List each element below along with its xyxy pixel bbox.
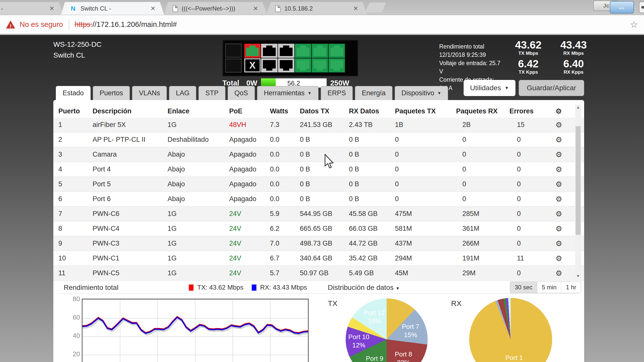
range-1-hr[interactable]: 1 hr — [561, 282, 581, 293]
row-settings-gear-icon[interactable]: ⚙ — [555, 150, 573, 159]
scrollbar-thumb[interactable] — [576, 126, 581, 235]
port-12-status-icon[interactable] — [329, 58, 345, 72]
content-panel: Puerto Descripción Enlace PoE Watts Dato… — [53, 100, 584, 362]
row-settings-gear-icon[interactable]: ⚙ — [555, 165, 573, 174]
port-8-status-icon[interactable] — [295, 58, 311, 72]
tab-energía[interactable]: Energía — [355, 86, 392, 100]
new-tab-button[interactable] — [365, 3, 386, 13]
utilities-button[interactable]: Utilidades ▼ — [464, 80, 515, 96]
section-divider — [58, 293, 579, 294]
row-settings-gear-icon[interactable]: ⚙ — [555, 180, 573, 189]
page-favicon-icon — [275, 5, 281, 12]
url-scheme: https: — [75, 20, 93, 28]
col-descripcion[interactable]: Descripción — [93, 107, 168, 115]
page-favicon-icon — [173, 5, 178, 12]
port-7-status-icon[interactable] — [295, 44, 311, 58]
table-row-port-1[interactable]: 1airFiber 5X1G48VH7.3241.53 GB2.43 TB1B2… — [53, 118, 584, 132]
scroll-down-icon[interactable]: ▼ — [575, 274, 581, 278]
tab-vlans[interactable]: VLANs — [132, 86, 167, 100]
table-row-port-9[interactable]: 9PWN-C31G24V7.0498.73 GB44.72 GB437M266M… — [53, 236, 584, 251]
row-settings-gear-icon[interactable]: ⚙ — [555, 254, 573, 263]
col-enlace[interactable]: Enlace — [168, 107, 229, 115]
bookmark-star-icon[interactable]: ☆ — [630, 19, 638, 30]
window-minimize-icon[interactable] — [639, 2, 644, 13]
address-separator — [69, 20, 69, 30]
range-5-min[interactable]: 5 min — [537, 282, 561, 293]
cell: 1G — [168, 254, 229, 262]
col-poe[interactable]: PoE — [229, 107, 270, 115]
cell: 45M — [395, 269, 456, 277]
save-apply-button[interactable]: Guardar/Aplicar — [519, 80, 584, 96]
col-puerto[interactable]: Puerto — [58, 107, 93, 115]
sfp-slot-icon[interactable] — [225, 59, 242, 73]
col-paquetes-tx[interactable]: Paquetes TX — [395, 107, 456, 115]
table-settings-gear-icon[interactable]: ⚙ — [555, 107, 573, 115]
table-row-port-2[interactable]: 2AP PL- PTP-CL IIDeshabilitadoApagado0.0… — [53, 132, 584, 147]
row-settings-gear-icon[interactable]: ⚙ — [555, 120, 573, 129]
security-warning-text[interactable]: No es seguro — [20, 20, 63, 29]
table-row-port-3[interactable]: 3CamaraAbajoApagado0.00 B0 B000⚙ — [53, 147, 584, 162]
table-scrollbar[interactable]: ▲ ▼ — [575, 105, 581, 279]
port-10-status-icon[interactable] — [312, 58, 328, 72]
metric-tx-kpps: 6.42 TX Kpps — [511, 58, 546, 75]
window-resize-arrows-icon[interactable]: ⇔ — [610, 1, 634, 14]
url-field[interactable]: https://172.16.1.206/main.html# — [75, 20, 177, 29]
row-settings-gear-icon[interactable]: ⚙ — [555, 239, 573, 248]
sfp-slot-icon[interactable] — [225, 43, 242, 58]
row-settings-gear-icon[interactable]: ⚙ — [555, 269, 573, 278]
y-axis-tick: 40 — [65, 332, 80, 340]
browser-tab-3[interactable]: (((<--PowerNet-->))) ✕ — [164, 2, 267, 15]
port-11-status-icon[interactable] — [329, 44, 345, 58]
tab-close-icon[interactable]: ✕ — [49, 5, 54, 12]
tab-close-icon[interactable]: ✕ — [353, 5, 358, 12]
col-rx-datos[interactable]: RX Datos — [349, 107, 395, 115]
security-warning-icon[interactable]: ! — [6, 21, 15, 29]
table-row-port-4[interactable]: 4Port 4AbajoApagado0.00 B0 B000⚙ — [53, 162, 584, 177]
tab-close-icon[interactable]: ✕ — [253, 5, 258, 12]
tab-erps[interactable]: ERPS — [321, 86, 353, 100]
col-errores[interactable]: Errores — [509, 107, 555, 115]
tab-lag[interactable]: LAG — [169, 86, 196, 100]
stats-voltage-unit: V — [439, 67, 522, 76]
tab-herramientas[interactable]: Herramientas▼ — [257, 86, 318, 100]
table-row-port-10[interactable]: 10PWN-C11G24V6.7340.64 GB35.42 GB294M191… — [53, 251, 584, 266]
row-settings-gear-icon[interactable]: ⚙ — [555, 224, 573, 233]
row-settings-gear-icon[interactable]: ⚙ — [555, 195, 573, 203]
address-bar[interactable]: ! No es seguro https://172.16.1.206/main… — [0, 15, 644, 34]
distribution-title[interactable]: Distribución de datos ▼ — [328, 284, 400, 292]
port-2-status-icon[interactable]: X — [244, 58, 261, 72]
tab-qos[interactable]: QoS — [228, 86, 255, 100]
port-9-status-icon[interactable] — [312, 44, 328, 58]
row-settings-gear-icon[interactable]: ⚙ — [555, 135, 573, 144]
tab-estado[interactable]: Estado — [56, 86, 91, 100]
port-6-status-icon[interactable] — [278, 58, 294, 72]
table-row-port-11[interactable]: 11PWN-C51G24V5.750.97 GB5.49 GB45M29M0⚙ — [53, 266, 584, 281]
port-1-status-icon[interactable] — [244, 44, 261, 58]
tab-close-icon[interactable]: ✕ — [150, 5, 155, 12]
table-row-port-5[interactable]: 5Port 5AbajoApagado0.00 B0 B000⚙ — [53, 177, 584, 192]
row-settings-gear-icon[interactable]: ⚙ — [555, 209, 573, 218]
rx-distribution-pie[interactable] — [469, 298, 552, 362]
port-3-status-icon[interactable] — [261, 44, 277, 58]
cell: 241.53 GB — [300, 121, 349, 129]
table-row-port-6[interactable]: 6Port 6AbajoApagado0.00 B0 B000⚙ — [53, 192, 584, 207]
table-row-port-8[interactable]: 8PWN-C41G24V6.2665.65 GB66.03 GB581M361M… — [53, 221, 584, 236]
cell: 0 — [395, 195, 456, 203]
col-watts[interactable]: Watts — [270, 107, 300, 115]
tab-dispositivo[interactable]: Dispositivo▼ — [395, 86, 448, 100]
tab-puertos[interactable]: Puertos — [93, 86, 130, 100]
browser-tab-2-active[interactable]: N Switch CL - ✕ — [61, 2, 164, 15]
port-4-status-icon[interactable] — [261, 58, 277, 72]
col-datos-tx[interactable]: Datos TX — [300, 107, 349, 115]
col-paquetes-rx[interactable]: Paquetes RX — [456, 107, 509, 115]
chevron-down-icon: ▼ — [308, 91, 312, 96]
port-column — [295, 44, 311, 72]
port-5-status-icon[interactable] — [278, 44, 294, 58]
range-30-sec[interactable]: 30 sec — [510, 282, 537, 293]
browser-tab-4[interactable]: 10.5.186.2 ✕ — [267, 2, 367, 15]
scroll-up-icon[interactable]: ▲ — [575, 105, 581, 109]
table-row-port-7[interactable]: 7PWN-C61G24V5.9544.95 GB45.58 GB475M285M… — [53, 207, 584, 221]
cell: 0 — [509, 180, 555, 188]
tab-stp[interactable]: STP — [198, 86, 225, 100]
browser-tab-1[interactable]: - ✕ — [0, 2, 63, 15]
